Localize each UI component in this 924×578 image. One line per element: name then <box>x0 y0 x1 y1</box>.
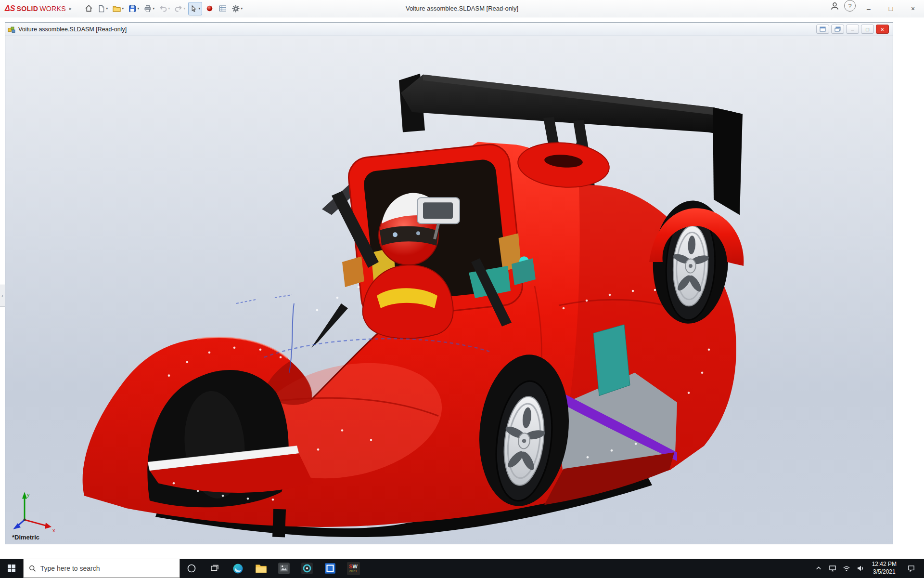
save-button[interactable]: ▾ <box>127 2 141 15</box>
solidworks-app-icon: SW 2021 <box>347 562 360 575</box>
save-icon <box>128 5 136 13</box>
doc-pane-button-2[interactable] <box>831 25 844 34</box>
taskbar-clock[interactable]: 12:42 PM 3/5/2021 <box>868 561 901 576</box>
select-tool-button[interactable]: ▾ <box>188 2 202 15</box>
new-document-button[interactable]: ▾ <box>96 2 110 15</box>
dropdown-caret-icon[interactable]: ▾ <box>153 6 154 11</box>
dropdown-caret-icon[interactable]: ▾ <box>122 6 124 11</box>
start-button[interactable] <box>0 559 23 578</box>
maximize-button[interactable]: □ <box>880 0 902 17</box>
open-folder-icon <box>113 5 121 12</box>
close-button[interactable]: × <box>902 0 924 17</box>
account-button[interactable] <box>829 0 840 12</box>
document-title: Voiture assomblee.SLDASM [Read-only] <box>18 26 127 33</box>
edge-icon <box>232 563 244 575</box>
dropdown-caret-icon[interactable]: ▾ <box>241 6 243 11</box>
doc-restore-button[interactable]: □ <box>861 25 874 34</box>
dropdown-caret-icon[interactable]: ▾ <box>198 6 200 11</box>
task-view-icon <box>210 564 219 573</box>
blue-window-app-button[interactable] <box>319 559 342 578</box>
dropdown-caret-icon[interactable]: ▾ <box>183 6 185 11</box>
undo-icon <box>159 5 167 13</box>
print-icon <box>144 5 152 13</box>
media-app-button[interactable] <box>295 559 319 578</box>
account-icon <box>830 1 839 11</box>
redo-icon <box>175 5 182 13</box>
file-explorer-icon <box>255 563 267 574</box>
race-car-3d-model: x y <box>5 36 893 544</box>
image-app-icon <box>278 562 290 575</box>
edge-button[interactable] <box>226 559 249 578</box>
quick-access-toolbar: ▾ ▾ ▾ ▾ ▾ ▾ ▾ <box>82 2 244 15</box>
file-explorer-button[interactable] <box>249 559 272 578</box>
network-icon <box>829 565 836 572</box>
task-view-button[interactable] <box>203 559 226 578</box>
logo-chevron-icon: ▸ <box>69 6 72 11</box>
window-cascade-icon <box>834 26 841 32</box>
system-tray: 12:42 PM 3/5/2021 <box>812 559 924 578</box>
app-window-controls: ? – □ × <box>827 0 924 17</box>
ds-logo-icon: ΔS <box>5 4 15 13</box>
cortana-icon <box>187 564 196 573</box>
help-button[interactable]: ? <box>844 0 856 12</box>
view-orientation-label: *Dimetric <box>12 534 39 541</box>
doc-close-button[interactable]: × <box>876 25 889 34</box>
assembly-document-icon <box>8 26 15 33</box>
tray-expand-button[interactable] <box>812 559 826 578</box>
search-icon <box>29 565 36 572</box>
doc-pane-button-1[interactable] <box>816 25 829 34</box>
appearance-sphere-button[interactable] <box>203 2 216 15</box>
dark-app-icon <box>301 562 313 575</box>
triad-y-label: y <box>27 492 30 498</box>
cortana-button[interactable] <box>180 559 203 578</box>
gear-icon <box>232 5 240 13</box>
new-document-icon <box>98 5 105 13</box>
select-cursor-icon <box>190 5 197 13</box>
document-titlebar[interactable]: Voiture assomblee.SLDASM [Read-only] – □… <box>5 23 893 36</box>
solidworks-logo[interactable]: ΔS SOLIDWORKS ▸ <box>0 4 76 13</box>
dropdown-caret-icon[interactable]: ▾ <box>106 6 108 11</box>
home-button[interactable] <box>82 2 95 15</box>
search-input[interactable] <box>40 565 174 572</box>
screenshot-app-button[interactable] <box>272 559 295 578</box>
app-client-area: ‹ Voiture assomblee.SLDASM [Read-only] –… <box>0 17 924 559</box>
undo-button[interactable]: ▾ <box>157 2 172 15</box>
taskbar-search-box[interactable] <box>23 559 180 578</box>
clock-date: 3/5/2021 <box>872 568 897 576</box>
wifi-tray-button[interactable] <box>840 559 854 578</box>
chevron-up-icon <box>815 565 822 572</box>
volume-tray-button[interactable] <box>854 559 868 578</box>
solidworks-taskbar-button[interactable]: SW 2021 <box>342 559 365 578</box>
document-window: Voiture assomblee.SLDASM [Read-only] – □… <box>5 22 893 544</box>
wifi-icon <box>843 565 850 572</box>
graphics-viewport[interactable]: x y *Dimetric <box>5 36 893 544</box>
document-window-controls: – □ × <box>816 25 890 34</box>
windows-logo-icon <box>7 564 16 573</box>
triad-x-label: x <box>52 527 55 533</box>
network-tray-button[interactable] <box>826 559 840 578</box>
options-button[interactable]: ▾ <box>230 2 244 15</box>
print-button[interactable]: ▾ <box>142 2 156 15</box>
left-panel-collapse-tab[interactable]: ‹ <box>0 285 5 307</box>
red-sphere-icon <box>206 5 213 12</box>
home-icon <box>85 4 93 13</box>
window-pane-icon <box>820 26 826 32</box>
blue-window-icon <box>324 562 336 575</box>
action-center-button[interactable] <box>901 559 921 578</box>
doc-minimize-button[interactable]: – <box>846 25 859 34</box>
windows-taskbar: SW 2021 12:42 PM 3/5/2021 <box>0 559 924 578</box>
app-titlebar: ΔS SOLIDWORKS ▸ ▾ ▾ ▾ ▾ ▾ ▾ <box>0 0 924 17</box>
open-button[interactable]: ▾ <box>111 2 126 15</box>
dropdown-caret-icon[interactable]: ▾ <box>137 6 139 11</box>
orientation-triad: x y <box>13 492 55 533</box>
speaker-icon <box>857 565 864 572</box>
minimize-button[interactable]: – <box>858 0 880 17</box>
action-center-icon <box>907 565 915 573</box>
redo-button[interactable]: ▾ <box>173 2 187 15</box>
table-button[interactable] <box>217 2 229 15</box>
clock-time: 12:42 PM <box>872 561 897 568</box>
dropdown-caret-icon[interactable]: ▾ <box>168 6 170 11</box>
table-icon <box>219 5 227 12</box>
